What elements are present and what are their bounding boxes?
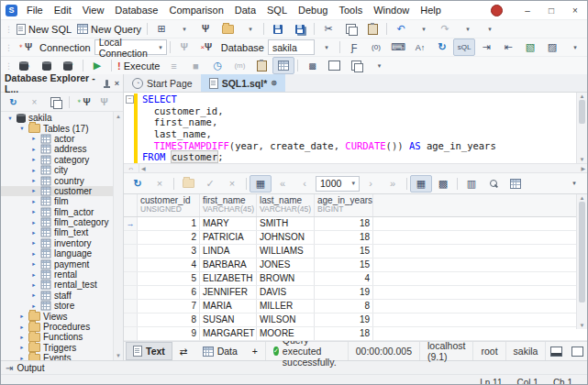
row-gutter[interactable]	[124, 258, 138, 271]
cell-age_in_years[interactable]: 18	[315, 217, 373, 230]
undo-dropdown[interactable]: ▾	[412, 20, 434, 38]
dock-bottom-button[interactable]	[545, 342, 567, 360]
swap-results-button[interactable]: ⇄	[172, 342, 195, 360]
cell-first_name[interactable]: BARBARA	[200, 258, 257, 271]
expand-icon[interactable]: ▸	[30, 250, 38, 258]
cell-customer_id[interactable]: 6	[138, 286, 200, 299]
table-row[interactable]: 2PATRICIAJOHNSON18	[124, 231, 587, 245]
expand-icon[interactable]: ▸	[30, 292, 38, 299]
menu-window[interactable]: Window	[368, 1, 415, 19]
new-query-button[interactable]: New Query	[74, 20, 144, 38]
column-header-customer_id[interactable]: customer_idUNSIGNED	[138, 194, 200, 216]
collapse-icon[interactable]: ▾	[18, 125, 26, 132]
open-file-dropdown[interactable]: ▾	[239, 20, 261, 38]
cell-customer_id[interactable]: 5	[138, 272, 200, 285]
rollback-button[interactable]: ×	[221, 175, 243, 192]
tree-item-tables-17-[interactable]: ▾Tables (17)	[1, 123, 123, 133]
cell-first_name[interactable]: SUSAN	[200, 314, 257, 326]
duplicate-object-button[interactable]	[45, 94, 66, 110]
expand-icon[interactable]: ▸	[30, 302, 38, 310]
save-button[interactable]	[267, 20, 289, 38]
format-document-button[interactable]: Ƒ	[343, 38, 365, 56]
cell-last_name[interactable]: DAVIS	[257, 286, 315, 299]
tree-item-triggers[interactable]: ▸Triggers	[1, 343, 123, 353]
expand-icon[interactable]: ▸	[30, 167, 38, 174]
tab-sql1[interactable]: SQL1.sql* ⊗	[201, 74, 285, 92]
cell-customer_id[interactable]: 7	[138, 300, 200, 313]
close-tab-icon[interactable]: ⊗	[271, 79, 277, 87]
editor-scrollbar[interactable]: ▲▼	[576, 93, 587, 163]
table-row[interactable]: 3LINDAWILLIAMS15	[124, 245, 587, 258]
cell-last_name[interactable]: JONES	[257, 258, 315, 271]
table-row[interactable]: 4BARBARAJONES15	[124, 258, 587, 272]
tree-item-category[interactable]: ▸category	[1, 155, 123, 165]
menu-view[interactable]: View	[77, 1, 110, 19]
tree-item-address[interactable]: ▸address	[1, 144, 123, 154]
column-header-first_name[interactable]: first_nameVARCHAR(45)	[200, 194, 257, 216]
search-grid-button[interactable]	[483, 175, 505, 192]
redo-button[interactable]: ↷	[434, 20, 456, 38]
cell-last_name[interactable]: SMITH	[257, 217, 315, 230]
expand-icon[interactable]: ▸	[30, 239, 38, 247]
cell-customer_id[interactable]: 1	[138, 217, 200, 230]
column-header-last_name[interactable]: last_nameVARCHAR(45)	[257, 194, 315, 216]
current-row-indicator[interactable]: →	[124, 217, 138, 230]
uppercase-button[interactable]: A↑	[409, 38, 431, 56]
sql-editor[interactable]: − SELECT customer_id, first_name, last_n…	[124, 93, 587, 163]
expand-icon[interactable]: ▸	[30, 219, 38, 226]
cell-customer_id[interactable]: 9	[138, 327, 200, 340]
menu-tools[interactable]: Tools	[333, 1, 368, 19]
prev-page-button[interactable]: ‹	[294, 175, 316, 192]
close-button[interactable]: ×	[563, 1, 587, 19]
table-row[interactable]: 9MARGARETMOORE18	[124, 327, 587, 341]
snippet-button[interactable]: ⌨	[387, 38, 409, 56]
cell-first_name[interactable]: MARGARET	[200, 327, 257, 340]
tree-item-procedures[interactable]: ▸Procedures	[1, 322, 123, 332]
connection-combo[interactable]: Local Connection▾	[94, 39, 167, 55]
expand-icon[interactable]: ▸	[30, 177, 38, 184]
delete-object-button[interactable]: ×	[24, 94, 45, 110]
tree-item-inventory[interactable]: ▸inventory	[1, 238, 123, 248]
expand-icon[interactable]: ▸	[30, 271, 38, 279]
cell-customer_id[interactable]: 2	[138, 231, 200, 244]
cell-first_name[interactable]: MARIA	[200, 300, 257, 313]
refresh-code-button[interactable]: ↻	[431, 38, 453, 56]
cell-age_in_years[interactable]: 4	[315, 272, 373, 285]
database-combo-dropdown[interactable]: ▾	[315, 38, 337, 56]
menu-database[interactable]: Database	[109, 1, 163, 19]
redo-dropdown[interactable]: ▾	[456, 20, 478, 38]
expand-icon[interactable]: ▸	[18, 334, 26, 341]
menu-data[interactable]: Data	[229, 1, 261, 19]
toolbar-overflow-button[interactable]: ▾	[478, 20, 500, 38]
toolbar-overflow-button[interactable]: ▾	[367, 57, 389, 74]
row-gutter[interactable]	[124, 327, 138, 340]
menu-edit[interactable]: Edit	[49, 1, 77, 19]
code-line[interactable]: last_name,	[142, 128, 496, 140]
tree-item-film-actor[interactable]: ▸film_actor	[1, 207, 123, 217]
menu-file[interactable]: File	[21, 1, 49, 19]
macro-button[interactable]: (m)	[228, 57, 250, 74]
stop-refresh-button[interactable]: ×	[149, 175, 171, 192]
cell-customer_id[interactable]: 3	[138, 245, 200, 258]
cell-age_in_years[interactable]: 15	[315, 258, 373, 271]
cell-age_in_years[interactable]: 15	[315, 245, 373, 258]
tab-data-results[interactable]: Data	[195, 342, 245, 360]
card-view-button[interactable]: ▩	[432, 175, 454, 192]
cell-age_in_years[interactable]: 19	[315, 314, 373, 326]
row-gutter[interactable]	[124, 314, 138, 326]
cut-button[interactable]: ✂	[317, 20, 339, 38]
table-row[interactable]: 7MARIAMILLER8	[124, 300, 587, 314]
commit-button[interactable]: ✓	[199, 175, 221, 192]
next-page-button[interactable]: ›	[360, 175, 382, 192]
insert-numbers-button[interactable]: (0)	[365, 38, 387, 56]
table-row[interactable]: 6JENNIFERDAVIS19	[124, 286, 587, 300]
maximize-button[interactable]: □	[539, 1, 563, 19]
connect-button[interactable]: Ψ	[94, 94, 115, 110]
new-connection-button[interactable]: ＊Ψ	[14, 38, 36, 56]
paste-button[interactable]	[361, 20, 383, 38]
cell-last_name[interactable]: WILSON	[257, 314, 315, 326]
collapse-icon[interactable]: ▾	[6, 115, 14, 122]
expand-icon[interactable]: ▸	[30, 281, 38, 289]
cell-first_name[interactable]: PATRICIA	[200, 231, 257, 244]
cell-age_in_years[interactable]: 18	[315, 327, 373, 340]
